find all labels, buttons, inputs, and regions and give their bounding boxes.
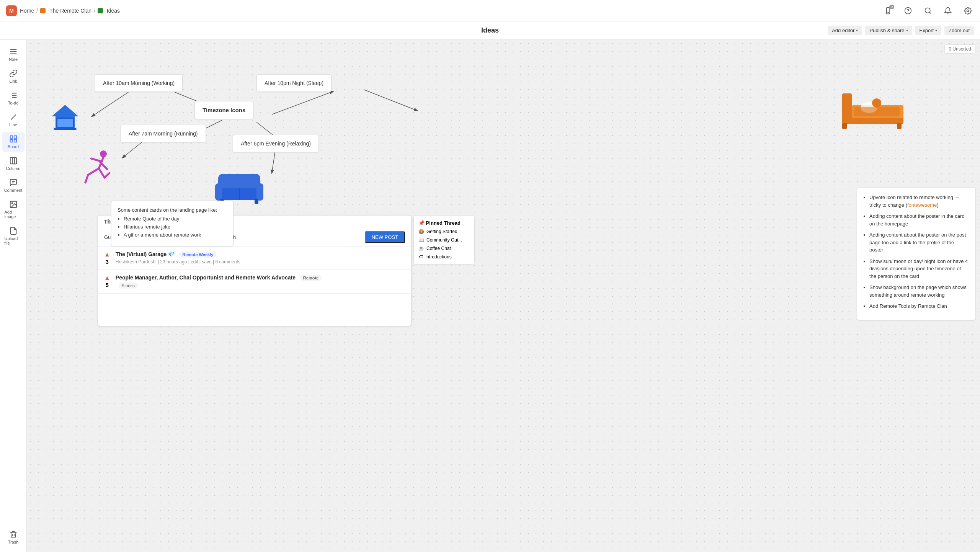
svg-line-46 [85,175,88,183]
device-icon-btn[interactable]: 0 [882,5,894,17]
panel-item-6: Add Remote Tools by Remote Clan [869,302,969,310]
svg-line-35 [364,90,417,111]
fontawesome-link[interactable]: fontawesome [907,202,937,208]
pinned-panel: 📌 Pinned Thread 🍪Getting Started 📖Commun… [413,215,475,265]
svg-rect-39 [57,119,73,127]
svg-rect-20 [14,140,16,142]
pinned-item-2: 📖Community Gui... [418,237,470,243]
breadcrumb-home[interactable]: Home [20,8,34,14]
sidebar-item-add-image[interactable]: Add image [2,197,24,222]
publish-share-button[interactable]: Publish & share ▾ [865,26,912,35]
svg-rect-21 [10,158,16,164]
svg-point-60 [872,98,881,108]
search-icon-btn[interactable] [922,5,934,17]
sidebar-item-todo[interactable]: To-do [2,88,24,108]
sidebar-line-label: Line [9,122,17,127]
svg-rect-18 [14,136,16,138]
svg-line-29 [272,91,333,114]
note-card-text: Some content cards on the landing page l… [118,207,227,213]
post-title-1: The (Virtual) Garage 💎 Remote Weekly [116,251,405,258]
right-info-panel: Upvote icon related to remote working → … [857,187,975,320]
list-item: A gif or a meme about remote work [124,232,227,238]
sidebar-trash-label: Trash [8,540,19,544]
sidebar: Note Link To-do Line Board Column Commen… [0,40,27,552]
pinned-item-3: ☕Coffee Chat [418,246,470,251]
note-card-list: Remote Quote of the day Hilarious remote… [118,216,227,238]
publish-share-chevron: ▾ [906,28,908,33]
post-content-1: The (Virtual) Garage 💎 Remote Weekly Hri… [116,251,405,265]
app-logo[interactable]: M [6,5,17,16]
sidebar-board-label: Board [8,144,19,149]
svg-line-45 [88,168,99,175]
sidebar-link-label: Link [9,79,17,83]
card-timezone-icons[interactable]: Timezone Icons [194,101,253,119]
runner-icon [83,150,112,186]
breadcrumb-sep-1: / [36,8,38,14]
post-meta-2: Stories [116,283,405,289]
svg-line-48 [105,173,109,178]
vote-arrow-2[interactable]: ▲ [104,274,110,281]
sidebar-item-note[interactable]: Note [2,44,24,65]
export-button[interactable]: Export ▾ [915,26,942,35]
card-morning-running[interactable]: After 7am Morning (Running) [121,125,206,142]
sub-header-actions: Add editor ▾ Publish & share ▾ Export ▾ … [828,26,974,35]
svg-rect-52 [256,183,263,201]
sidebar-item-comment[interactable]: Comment [2,175,24,196]
panel-item-2: Adding content about the poster in the c… [869,212,969,227]
sidebar-item-column[interactable]: Column [2,154,24,174]
canvas[interactable]: 0 Unsorted [27,40,980,552]
sidebar-item-trash[interactable]: Trash [2,527,24,547]
pinned-item-4: 🏷Introductions [418,254,470,260]
add-editor-button[interactable]: Add editor ▾ [828,26,862,35]
sidebar-item-line[interactable]: Line [2,110,24,130]
sidebar-column-label: Column [6,166,21,171]
card-night-sleep[interactable]: After 10pm Night (Sleep) [256,74,332,92]
sidebar-item-link[interactable]: Link [2,66,24,87]
note-card[interactable]: Some content cards on the landing page l… [111,201,234,247]
vote-count-2: 5 [106,282,109,288]
export-chevron: ▾ [935,28,937,33]
clan-color-icon [40,8,46,13]
list-item: Remote Quote of the day [124,216,227,222]
breadcrumb-clan[interactable]: The Remote Clan [49,8,91,14]
top-nav: M Home / The Remote Clan / Ideas 0 [0,0,980,21]
sidebar-add-image-label: Add image [5,210,22,219]
bell-icon-btn[interactable] [942,5,954,17]
vote-count-1: 3 [106,259,109,265]
new-post-button[interactable]: NEW POST [365,231,405,243]
pinned-panel-title: 📌 Pinned Thread [418,220,470,226]
panel-item-3: Adding content about the poster on the p… [869,231,969,254]
pinned-item-1: 🍪Getting Started [418,229,470,234]
zoom-out-button[interactable]: Zoom out [944,26,974,35]
post-title-2: People Manager, Author, Chai Opportunist… [116,274,405,281]
add-editor-chevron: ▾ [856,28,858,33]
sidebar-upload-file-label: Upload file [5,236,22,245]
sidebar-comment-label: Comment [4,188,23,193]
post-tag-1: Remote Weekly [179,252,216,258]
card-evening-relaxing[interactable]: After 6pm Evening (Relaxing) [233,135,319,152]
svg-rect-19 [10,140,12,142]
panel-item-5: Show background on the page which shows … [869,284,969,299]
site-post-2: ▲ 5 People Manager, Author, Chai Opportu… [98,270,411,294]
card-morning-working[interactable]: After 10am Morning (Working) [95,74,183,92]
help-icon-btn[interactable] [902,5,914,17]
sidebar-note-label: Note [9,57,18,62]
breadcrumb-ideas[interactable]: Ideas [107,8,120,14]
sidebar-item-upload-file[interactable]: Upload file [2,224,24,248]
svg-rect-62 [842,123,847,129]
ideas-color-icon [98,8,103,13]
svg-line-16 [11,115,16,120]
settings-icon-btn[interactable] [962,5,974,17]
post-tag-2: Remote [300,275,322,281]
main-layout: Note Link To-do Line Board Column Commen… [0,40,980,552]
svg-line-44 [100,162,107,169]
right-panel-list: Upvote icon related to remote working → … [863,194,969,310]
post-tag-stories: Stories [119,283,138,289]
vote-arrow-1[interactable]: ▲ [104,251,110,258]
svg-rect-17 [10,136,12,138]
panel-item-1: Upvote icon related to remote working → … [869,194,969,209]
svg-line-32 [92,88,134,116]
sidebar-item-board[interactable]: Board [2,132,24,152]
bed-icon [840,91,905,131]
list-item: Hilarious remote joke [124,224,227,230]
